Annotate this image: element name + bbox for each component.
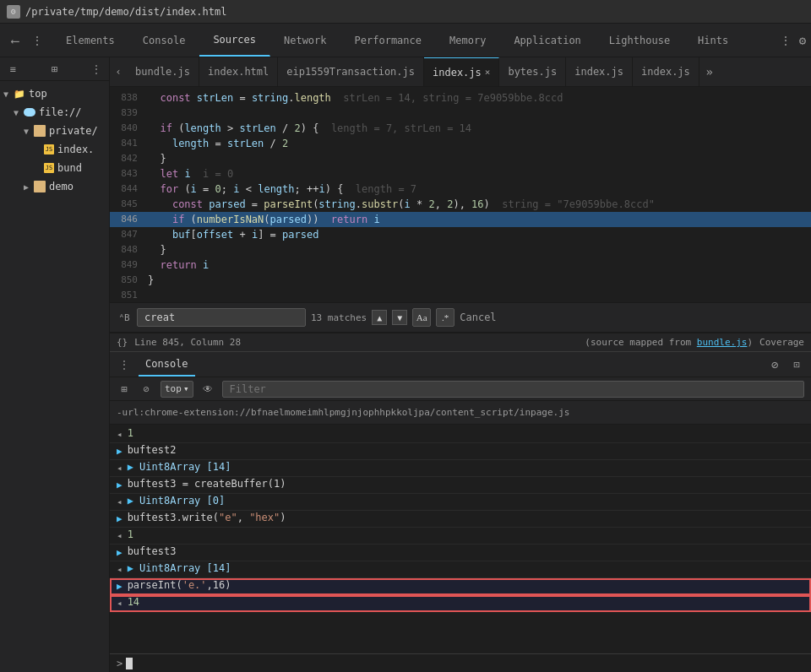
tree-expand-arrow: ▶	[24, 182, 32, 192]
tab-network[interactable]: Network	[270, 24, 341, 57]
file-tab-indexhtml[interactable]: index.html	[199, 57, 278, 86]
tab-application[interactable]: Application	[500, 24, 595, 57]
console-toolbar-btn[interactable]: ⊞	[117, 382, 132, 397]
sidebar-item-demo[interactable]: ▶ demo	[20, 177, 109, 196]
console-msg-uint1: ◂ ▶ Uint8Array [14]	[110, 460, 811, 477]
code-line-841: 841 length = strLen / 2	[110, 136, 811, 151]
file-tab-bundle[interactable]: bundle.js	[127, 57, 199, 86]
console-menu-icon[interactable]: ⋮	[117, 357, 132, 372]
file-tab-indexjs2[interactable]: index.js	[566, 57, 633, 86]
line-content-844: for (i = 0; i < length; ++i) { length = …	[148, 182, 811, 197]
line-content-838: const strLen = string.length strLen = 14…	[148, 90, 811, 106]
search-up-btn[interactable]: ▲	[372, 310, 387, 325]
msg-arrow-left[interactable]: ◂	[117, 429, 122, 440]
tab-elements[interactable]: Elements	[52, 24, 129, 57]
sidebar-dots-icon[interactable]: ⋮	[89, 62, 104, 77]
file-tab-eip-label: eip1559Transaction.js	[286, 66, 415, 78]
msg-arrow-parseint[interactable]: ▶	[117, 581, 122, 592]
tab-console[interactable]: Console	[129, 24, 200, 57]
console-input-row: >	[110, 653, 811, 672]
console-tab-label[interactable]: Console	[139, 352, 195, 377]
search-cancel-btn[interactable]: Cancel	[460, 312, 496, 323]
console-msg-1: ◂ 1	[110, 426, 811, 443]
console-clear-icon[interactable]: ⊘	[767, 357, 782, 372]
nav-more-icon[interactable]: ⋮	[777, 32, 794, 49]
code-line-842: 842 }	[110, 151, 811, 166]
nav-tabs: ⟵ ⋮ Elements Console Sources Network Per…	[0, 24, 811, 57]
sidebar-item-top[interactable]: ▼ 📁 top	[0, 84, 109, 103]
console-stop-icon[interactable]: ⊘	[139, 382, 154, 397]
console-filter-input[interactable]	[222, 381, 805, 398]
file-tab-bytes[interactable]: bytes.js	[499, 57, 566, 86]
js-file-icon: JS	[44, 144, 54, 154]
code-line-851: 851	[110, 288, 811, 302]
line-content-846: if (numberIsNaN(parsed)) return i	[148, 212, 811, 227]
console-msg-buftest3: ▶ buftest3	[110, 545, 811, 561]
file-tab-eip[interactable]: eip1559Transaction.js	[278, 57, 424, 86]
console-eye-icon[interactable]: 👁	[200, 382, 215, 397]
nav-settings-icon[interactable]: ⚙	[794, 32, 811, 49]
console-msg-uint0: ◂ ▶ Uint8Array [0]	[110, 494, 811, 511]
sidebar-menu-icon[interactable]: ≡	[5, 62, 20, 77]
sidebar-item-index[interactable]: ▶ JS index.	[30, 140, 109, 159]
msg-value-parseint: parseInt('e.',16)	[128, 579, 811, 591]
search-regex-btn[interactable]: .*	[436, 308, 454, 327]
tab-memory[interactable]: Memory	[436, 24, 500, 57]
nav-controls: ⟵ ⋮	[0, 32, 52, 49]
search-input[interactable]	[137, 308, 306, 327]
sidebar-item-private[interactable]: ▼ private/	[20, 122, 109, 140]
msg-arrow-right[interactable]: ▶	[117, 480, 122, 490]
sidebar-tree: ▼ 📁 top ▼ file:// ▼ private/ ▶ JS index.	[0, 81, 109, 672]
nav-back-icon[interactable]: ⟵	[7, 32, 24, 49]
msg-arrow-right[interactable]: ▶	[117, 446, 122, 457]
tab-hints[interactable]: Hints	[684, 24, 743, 57]
search-case-btn[interactable]: Aa	[412, 308, 431, 327]
expand-arrow-uint14[interactable]: ▶	[128, 562, 133, 574]
console-url-text: -url:chrome-extension://bfnaelmomeimhlpm…	[117, 407, 569, 418]
sidebar-refresh-icon[interactable]: ⊞	[47, 62, 63, 77]
line-num-847: 847	[110, 227, 148, 242]
expand-arrow-uint0[interactable]: ▶	[128, 495, 133, 507]
sidebar-item-file[interactable]: ▼ file://	[10, 103, 109, 122]
tab-sources[interactable]: Sources	[199, 24, 270, 57]
spacer: ▶	[34, 164, 42, 173]
msg-arrow-left2[interactable]: ◂	[117, 530, 122, 541]
sidebar-item-bundle[interactable]: ▶ JS bund	[30, 159, 109, 177]
sidebar-item-bundle-label: bund	[57, 162, 82, 174]
folder-icon	[34, 125, 46, 137]
msg-arrow-left[interactable]: ◂	[117, 463, 122, 474]
msg-arrow-14[interactable]: ◂	[117, 598, 122, 609]
expand-arrow-uint1[interactable]: ▶	[128, 461, 133, 473]
file-tab-indexjs-active[interactable]: index.js ×	[424, 57, 499, 86]
line-content-850: }	[148, 273, 811, 288]
search-down-btn[interactable]: ▼	[392, 310, 407, 325]
console-filter-icon[interactable]: ⊡	[789, 357, 804, 372]
tab-lighthouse[interactable]: Lighthouse	[596, 24, 684, 57]
file-tabs-more[interactable]: »	[699, 57, 720, 86]
line-num-850: 850	[110, 273, 148, 288]
msg-value-buftest3-write: buftest3.write("e", "hex")	[128, 512, 811, 523]
source-mapped-text: (source mapped from bundle.js)	[585, 337, 753, 348]
console-context-select[interactable]: top ▾	[161, 381, 193, 398]
status-position: Line 845, Column 28	[134, 337, 241, 348]
console-prompt: >	[117, 658, 122, 669]
msg-arrow-right2[interactable]: ▶	[117, 547, 122, 558]
console-area: ⋮ Console ⊘ ⊡ ⊞ ⊘ top ▾ 👁	[110, 351, 811, 672]
line-content-845: const parsed = parseInt(string.substr(i …	[148, 197, 811, 212]
source-mapped-link[interactable]: bundle.js	[697, 337, 748, 348]
msg-arrow-left3[interactable]: ◂	[117, 564, 122, 575]
line-content-843: let i i = 0	[148, 166, 811, 182]
file-tab-close-icon[interactable]: ×	[485, 67, 491, 78]
line-content-848: }	[148, 242, 811, 257]
tab-performance[interactable]: Performance	[341, 24, 436, 57]
line-content-849: return i	[148, 257, 811, 273]
line-num-846: 846	[110, 212, 148, 227]
file-tab-indexjs3[interactable]: index.js	[633, 57, 699, 86]
msg-arrow-left[interactable]: ◂	[117, 496, 122, 507]
code-line-847: 847 buf[offset + i] = parsed	[110, 227, 811, 242]
nav-menu-icon[interactable]: ⋮	[29, 32, 46, 49]
msg-arrow-right[interactable]: ▶	[117, 513, 122, 524]
status-bar: {} Line 845, Column 28 (source mapped fr…	[110, 333, 811, 351]
code-line-838: 838 const strLen = string.length strLen …	[110, 90, 811, 106]
file-tabs-prev[interactable]: ‹	[110, 57, 127, 86]
